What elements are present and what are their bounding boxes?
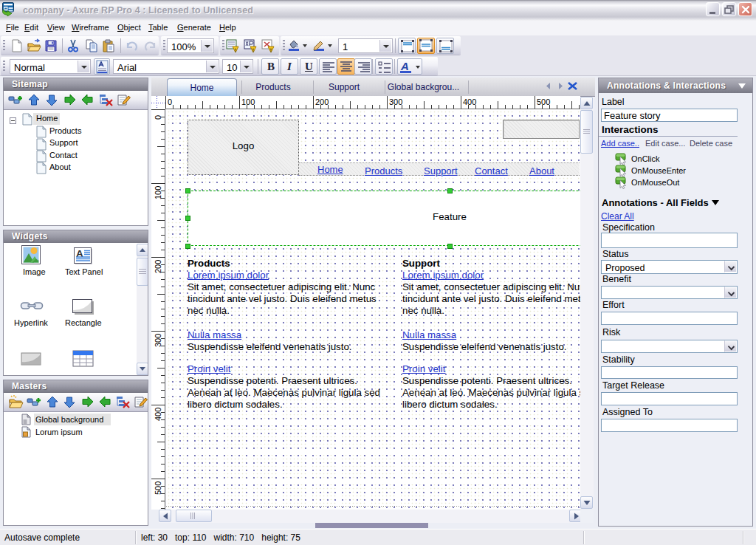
svg-text:A: A	[76, 248, 83, 259]
